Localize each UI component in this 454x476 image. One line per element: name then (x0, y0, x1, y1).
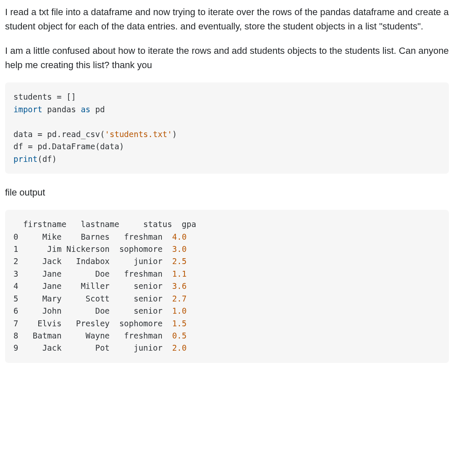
code-block-1-content: students = [] import pandas as pd data =… (13, 92, 177, 163)
code-block-1[interactable]: students = [] import pandas as pd data =… (5, 82, 449, 174)
code-block-output-content: firstname lastname status gpa 0 Mike Bar… (13, 219, 196, 352)
question-paragraph-2: I am a little confused about how to iter… (5, 44, 449, 72)
post-body: I read a txt file into a dataframe and n… (5, 5, 449, 363)
question-paragraph-1: I read a txt file into a dataframe and n… (5, 5, 449, 34)
code-block-output[interactable]: firstname lastname status gpa 0 Mike Bar… (5, 210, 449, 363)
file-output-label: file output (5, 185, 449, 200)
